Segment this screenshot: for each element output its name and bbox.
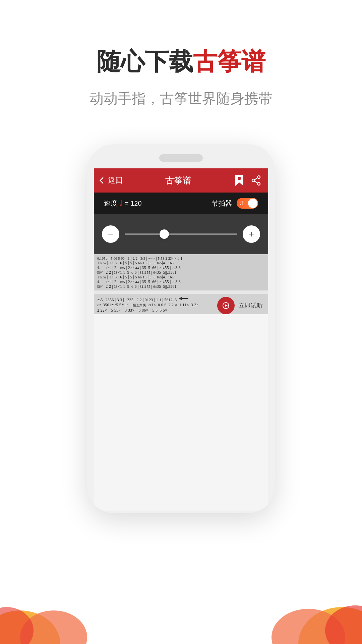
audio-icon <box>222 302 230 309</box>
metronome-section: 节拍器 开 <box>212 198 258 209</box>
phone-screen: 返回 古筝谱 <box>94 168 268 511</box>
svg-point-9 <box>257 182 260 185</box>
share-icon[interactable] <box>251 175 261 186</box>
svg-point-6 <box>238 177 241 180</box>
toggle-on-label: 开 <box>239 200 244 206</box>
chevron-left-icon <box>100 177 106 184</box>
main-title: 随心下载古筝谱 <box>0 47 362 76</box>
section-divider <box>94 290 268 294</box>
back-button[interactable]: 返回 <box>101 175 123 185</box>
speed-bar: 速度 ♩ = 120 节拍器 开 <box>94 193 268 214</box>
svg-line-10 <box>255 178 258 180</box>
listen-button[interactable] <box>217 297 235 314</box>
svg-point-8 <box>252 179 255 182</box>
notation-row: 1 1i 5i|1 i 3 16|5|5|5 66 1 i|6i 6.165|4… <box>97 275 265 279</box>
speed-slider-track[interactable] <box>125 233 237 235</box>
notation-row: 1 1i 5i|1 i 3 16|5|5|5 66 1 i|6i 6.165|4… <box>97 261 265 265</box>
speed-text: 速度 <box>104 199 117 208</box>
svg-point-7 <box>257 176 260 178</box>
header-section: 随心下载古筝谱 动动手指，古筝世界随身携带 <box>0 0 362 108</box>
sheet-music-area[interactable]: 6.1653|5 66 5 66|1|2/2|3/3|~~~|5.53 2 23… <box>94 254 268 314</box>
slider-thumb <box>160 229 169 239</box>
speed-increase-button[interactable]: + <box>243 225 260 243</box>
listen-bar: 立即试听 <box>217 297 263 314</box>
phone-outer: 返回 古筝谱 <box>87 144 275 513</box>
speed-value: = 120 <box>125 200 142 207</box>
notation-row: 56×2 2|38× 1 19 6 6|3411 55|6435 5||:356… <box>97 284 265 288</box>
subtitle: 动动手指，古筝世界随身携带 <box>0 89 362 108</box>
speed-label: 速度 ♩ = 120 <box>104 199 142 208</box>
metronome-toggle[interactable]: 开 <box>237 198 258 209</box>
svg-line-11 <box>255 181 258 183</box>
title-part2: 古筝谱 <box>193 48 265 75</box>
notation-row: 56×2 2|38× 1 19 6 6|3411 55|6435 5||:356… <box>97 270 265 274</box>
decorative-blob-left <box>0 557 94 644</box>
slider-fill <box>125 233 164 235</box>
speed-decrease-button[interactable]: − <box>102 225 119 243</box>
decorative-blob-right <box>255 553 362 644</box>
notation-row: 6.1653|5 66 5 66|1|2/2|3/3|~~~|5.53 2 23… <box>97 256 265 260</box>
header-icons <box>234 174 261 186</box>
back-label: 返回 <box>108 175 123 185</box>
toggle-knob <box>248 199 257 208</box>
slider-section: − + <box>94 214 268 254</box>
phone-mockup: 返回 古筝谱 <box>87 144 275 513</box>
phone-speaker <box>159 154 203 162</box>
title-part1: 随心下载 <box>97 48 193 75</box>
notation-row: 4.165|2.165|2× 2 44|35 5 66|214 55|09 3 … <box>97 266 265 270</box>
metronome-label: 节拍器 <box>212 199 232 208</box>
notation-row: 4.165|2.165|2× 2 44|35 5 66|214 55|09 3 … <box>97 280 265 284</box>
listen-label: 立即试听 <box>239 302 263 310</box>
music-note-icon: ♩ <box>119 199 123 208</box>
app-header: 返回 古筝谱 <box>94 168 268 193</box>
page-title: 古筝谱 <box>165 175 191 186</box>
bookmark-icon[interactable] <box>234 174 245 186</box>
